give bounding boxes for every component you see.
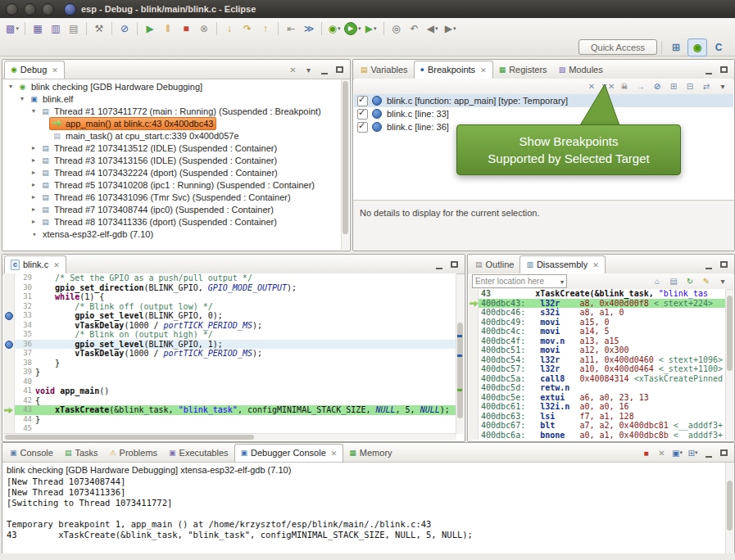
disassembly-ruler[interactable] bbox=[469, 327, 479, 336]
disassembly-text[interactable]: 400dbc61: l32i.n a0, a0, 16 bbox=[479, 402, 726, 412]
save-all-icon[interactable]: ▥ bbox=[48, 20, 64, 37]
refresh-icon[interactable]: ↻ bbox=[683, 275, 697, 287]
code-editor[interactable]: 29 /* Set the GPIO as a push/pull output… bbox=[3, 273, 456, 434]
disassembly-ruler[interactable] bbox=[469, 336, 479, 346]
editor-annotation-ruler[interactable] bbox=[3, 405, 15, 415]
tree-item[interactable]: ▣ blink.elf bbox=[3, 93, 342, 105]
disassembly-ruler[interactable] bbox=[469, 383, 479, 393]
breakpoint-checkbox[interactable] bbox=[357, 96, 368, 106]
console-scrollbar[interactable] bbox=[725, 463, 733, 553]
code-text[interactable]: void app_main() bbox=[35, 386, 456, 396]
scrollbar-thumb[interactable] bbox=[727, 296, 733, 371]
expand-toggle-icon[interactable] bbox=[29, 156, 38, 164]
disassembly-ruler[interactable] bbox=[469, 364, 479, 374]
close-tab-icon[interactable] bbox=[331, 449, 338, 458]
debug-icon[interactable]: ◉ bbox=[326, 20, 343, 37]
disassembly-text[interactable]: 400dbc46: s32i a8, a1, 0 bbox=[479, 308, 726, 318]
expand-toggle-icon[interactable] bbox=[29, 193, 38, 201]
editor-annotation-ruler[interactable] bbox=[3, 340, 15, 350]
view-menu-icon[interactable]: ▾ bbox=[302, 63, 315, 76]
disassembly-text[interactable]: 400dbc49: movi a15, 0 bbox=[479, 318, 726, 327]
disassembly-ruler[interactable] bbox=[469, 355, 479, 365]
breakpoint-overview-mark[interactable] bbox=[457, 335, 462, 337]
debug-perspective-button[interactable]: ◉ bbox=[687, 38, 707, 56]
code-text[interactable]: /* Set the GPIO as a push/pull output */ bbox=[35, 273, 456, 283]
code-text[interactable]: gpio_set_direction(BLINK_GPIO, GPIO_MODE… bbox=[35, 283, 456, 293]
tree-item[interactable]: ▤ Thread #5 1073410208 (ipc1 : Running) … bbox=[3, 178, 342, 191]
sync-active-context-icon[interactable]: ⌂ bbox=[650, 275, 665, 287]
view-menu-icon[interactable]: ▾ bbox=[715, 80, 730, 93]
toolbar-separator[interactable] bbox=[383, 22, 384, 35]
close-tab-icon[interactable] bbox=[53, 261, 60, 269]
editor-annotation-ruler[interactable] bbox=[3, 311, 15, 321]
minimize-icon[interactable] bbox=[701, 63, 715, 76]
terminate-icon[interactable]: ■ bbox=[178, 20, 194, 37]
code-text[interactable]: /* Blink off (output low) */ bbox=[35, 302, 456, 312]
expand-toggle-icon[interactable] bbox=[29, 218, 38, 225]
disassembly-ruler[interactable] bbox=[469, 318, 479, 327]
minimize-icon[interactable] bbox=[701, 258, 715, 271]
maximize-icon[interactable] bbox=[447, 258, 461, 271]
remove-all-terminated-icon[interactable]: ✕ bbox=[286, 63, 300, 76]
maximize-icon[interactable] bbox=[333, 63, 347, 76]
disassembly-ruler[interactable] bbox=[469, 412, 479, 422]
expand-toggle-icon[interactable] bbox=[29, 205, 38, 213]
editor-scrollbar[interactable] bbox=[456, 274, 464, 434]
code-text[interactable]: xTaskCreate(&blink_task, "blink_task", c… bbox=[35, 405, 456, 415]
code-text[interactable]: } bbox=[35, 359, 456, 368]
disassembly-ruler[interactable] bbox=[469, 402, 479, 412]
disassembly-text[interactable]: 400dbc67: blt a7, a2, 0x400dbc81 <__addd… bbox=[479, 421, 726, 431]
disassembly-text[interactable]: 43 xTaskCreate(&blink_task, "blink_tas bbox=[479, 289, 726, 299]
disassembly-ruler[interactable] bbox=[469, 431, 479, 440]
editor-annotation-ruler[interactable] bbox=[3, 424, 15, 434]
tab-disassembly[interactable]: ▥ Disassembly bbox=[519, 255, 605, 273]
tree-item[interactable]: ▤ Thread #8 1073411336 (dport) (Suspende… bbox=[3, 215, 342, 228]
code-text[interactable]: } bbox=[35, 415, 456, 425]
expand-toggle-icon[interactable] bbox=[29, 144, 38, 151]
new-wizard-icon[interactable]: ▩ bbox=[4, 20, 20, 37]
scrollbar-thumb[interactable] bbox=[727, 481, 733, 531]
disassembly-ruler[interactable] bbox=[469, 308, 479, 318]
disassembly-text[interactable]: 400dbc63: lsi f7, a1, 128 bbox=[479, 412, 726, 422]
link-with-debug-icon[interactable]: ⇄ bbox=[699, 80, 714, 93]
tab-problems[interactable]: ⚠ Problems bbox=[104, 444, 164, 462]
save-icon[interactable]: ▦ bbox=[29, 20, 46, 37]
toolbar-separator[interactable] bbox=[278, 22, 279, 35]
close-tab-icon[interactable] bbox=[52, 66, 58, 75]
tree-item[interactable]: ▤ Thread #4 1073432224 (dport) (Suspende… bbox=[3, 166, 342, 178]
toolbar-separator[interactable] bbox=[111, 22, 112, 35]
tab-modules[interactable]: ▧ Modules bbox=[553, 61, 609, 79]
terminate-icon[interactable]: ■ bbox=[639, 446, 653, 459]
disconnect-icon[interactable]: ⊗ bbox=[196, 20, 212, 37]
resume-icon[interactable]: ▶ bbox=[142, 20, 158, 37]
editor-annotation-ruler[interactable] bbox=[3, 396, 15, 406]
search-icon[interactable]: ◎ bbox=[388, 20, 405, 37]
minimize-icon[interactable] bbox=[701, 446, 715, 459]
tree-item[interactable]: ▤ Thread #1 1073411772 (main : Running) … bbox=[3, 105, 342, 117]
close-tab-icon[interactable] bbox=[480, 66, 487, 75]
maximize-icon[interactable] bbox=[717, 258, 731, 271]
step-into-icon[interactable]: ↓ bbox=[221, 20, 238, 37]
code-text[interactable]: } bbox=[35, 368, 456, 377]
toolbar-separator[interactable] bbox=[137, 22, 138, 35]
track-expression-icon[interactable]: ✎ bbox=[699, 275, 714, 287]
editor-annotation-ruler[interactable] bbox=[3, 283, 15, 293]
tab-memory[interactable]: ▦ Memory bbox=[343, 444, 397, 462]
code-text[interactable]: gpio_set_level(BLINK_GPIO, 1); bbox=[35, 340, 456, 350]
toolbar-separator[interactable] bbox=[216, 22, 217, 35]
minimize-icon[interactable] bbox=[432, 258, 446, 271]
expand-toggle-icon[interactable] bbox=[29, 181, 38, 188]
editor-annotation-ruler[interactable] bbox=[3, 368, 15, 377]
editor-annotation-ruler[interactable] bbox=[3, 292, 15, 302]
scrollbar-thumb[interactable] bbox=[343, 81, 348, 234]
expand-all-icon[interactable]: ⊞ bbox=[666, 80, 681, 93]
disassembly-text[interactable]: 400dbc4c: movi a14, 5 bbox=[479, 327, 726, 336]
external-tools-icon[interactable]: ▶ bbox=[363, 20, 379, 37]
code-text[interactable]: vTaskDelay(1000 / portTICK_PERIOD_MS); bbox=[35, 321, 456, 331]
tree-item[interactable]: app_main() at blink.c:43 0x400dbc43 bbox=[3, 117, 342, 129]
quick-access-button[interactable]: Quick Access bbox=[578, 39, 657, 55]
disassembly-scrollbar[interactable] bbox=[725, 290, 733, 440]
code-text[interactable]: vTaskDelay(1000 / portTICK_PERIOD_MS); bbox=[35, 349, 456, 359]
close-tab-icon[interactable] bbox=[592, 261, 599, 269]
instruction-stepping-icon[interactable]: ≫ bbox=[301, 20, 317, 37]
